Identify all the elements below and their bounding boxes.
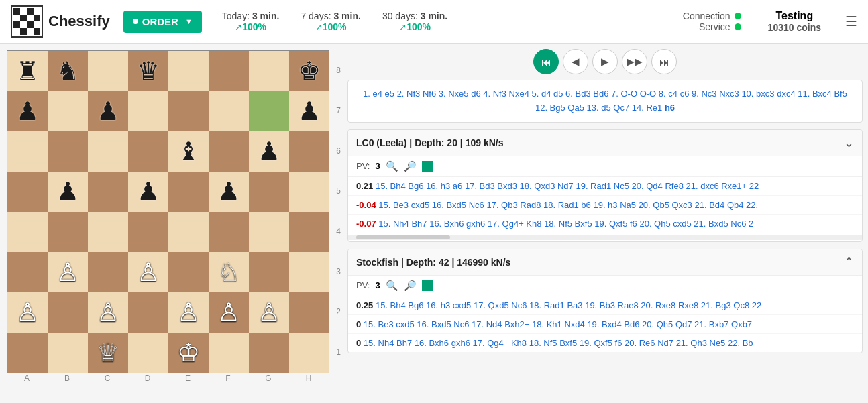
connection-label: Connection <box>683 11 730 21</box>
engine-score-1-0: 0.25 <box>356 300 373 310</box>
board-cell[interactable] <box>249 51 289 91</box>
board-cell[interactable] <box>209 333 249 373</box>
board-cell[interactable] <box>88 51 128 91</box>
engine-line-0-1[interactable]: -0.04 15. Be3 cxd5 16. Bxd5 Nc6 17. Qb3 … <box>348 196 862 215</box>
board-cell[interactable]: ♙ <box>249 292 289 333</box>
board-cell[interactable] <box>48 333 88 373</box>
hamburger-menu-icon[interactable]: ☰ <box>845 13 857 30</box>
order-button[interactable]: ORDER ▼ <box>123 11 202 33</box>
board-cell[interactable] <box>48 131 88 172</box>
board-cell[interactable] <box>128 333 168 373</box>
board-cell[interactable] <box>249 252 289 292</box>
board-cell[interactable] <box>249 172 289 212</box>
board-cell[interactable]: ♛ <box>128 51 168 91</box>
board-cell[interactable]: ♙ <box>168 292 209 333</box>
engine-line-0-2[interactable]: -0.07 15. Nh4 Bh7 16. Bxh6 gxh6 17. Qg4+… <box>348 215 862 233</box>
order-dot <box>133 19 138 24</box>
nav-prev-button[interactable]: ◀ <box>563 49 588 74</box>
board-cell[interactable]: ♟ <box>289 91 329 131</box>
pv-color-1[interactable] <box>422 280 433 291</box>
board-cell[interactable] <box>249 212 289 252</box>
board-cell[interactable]: ♙ <box>209 292 249 333</box>
board-cell[interactable] <box>168 91 209 131</box>
board-cell[interactable] <box>249 91 289 131</box>
nav-next-button[interactable]: ▶ <box>592 49 618 74</box>
board-cell[interactable] <box>128 292 168 333</box>
logo-area[interactable]: Chessify <box>11 5 110 38</box>
engine-line-1-0[interactable]: 0.25 15. Bh4 Bg6 16. h3 cxd5 17. Qxd5 Nc… <box>348 296 862 315</box>
engine-title-1: Stockfish | Depth: 42 | 146990 kN/s <box>356 257 510 268</box>
board-cell[interactable]: ♔ <box>168 333 209 373</box>
board-cell[interactable] <box>168 212 209 252</box>
chess-piece: ♔ <box>177 340 200 365</box>
board-cell[interactable] <box>48 91 88 131</box>
board-cell[interactable] <box>249 333 289 373</box>
nav-first-button[interactable]: ⏮ <box>533 49 559 74</box>
board-cell[interactable] <box>88 172 128 212</box>
col-labels: ABCDEFGH <box>7 372 329 383</box>
board-cell[interactable] <box>289 131 329 172</box>
nav-fast-next-button[interactable]: ▶▶ <box>622 49 647 74</box>
zoom-out-icon-1[interactable]: 🔎 <box>404 280 417 292</box>
engine-collapse-1[interactable]: ⌃ <box>844 255 854 270</box>
chess-board[interactable]: ♜♞♛♚♟♟♟♝♟♟♟♟♙♙♘♙♙♙♙♙♕♔ <box>7 50 329 372</box>
board-cell[interactable] <box>209 131 249 172</box>
board-cell[interactable]: ♝ <box>168 131 209 172</box>
engine-line-0-0[interactable]: 0.21 15. Bh4 Bg6 16. h3 a6 17. Bd3 Bxd3 … <box>348 177 862 196</box>
board-cell[interactable]: ♙ <box>48 252 88 292</box>
board-cell[interactable]: ♜ <box>7 51 48 91</box>
board-cell[interactable] <box>48 292 88 333</box>
board-cell[interactable] <box>128 212 168 252</box>
zoom-in-icon-0[interactable]: 🔍 <box>386 160 398 172</box>
board-cell[interactable] <box>209 91 249 131</box>
testing-coins: 10310 coins <box>768 22 821 33</box>
board-cell[interactable]: ♟ <box>249 131 289 172</box>
board-cell[interactable] <box>168 172 209 212</box>
board-cell[interactable]: ♕ <box>88 333 128 373</box>
board-cell[interactable]: ♟ <box>88 91 128 131</box>
board-cell[interactable]: ♘ <box>209 252 249 292</box>
board-cell[interactable] <box>289 252 329 292</box>
zoom-out-icon-0[interactable]: 🔎 <box>404 160 417 172</box>
board-cell[interactable] <box>88 212 128 252</box>
board-cell[interactable] <box>289 292 329 333</box>
board-cell[interactable]: ♙ <box>88 292 128 333</box>
board-cell[interactable] <box>128 91 168 131</box>
board-cell[interactable] <box>7 333 48 373</box>
board-cell[interactable] <box>289 333 329 373</box>
board-cell[interactable] <box>48 212 88 252</box>
engine-line-1-2[interactable]: 0 15. Nh4 Bh7 16. Bxh6 gxh6 17. Qg4+ Kh8… <box>348 334 862 353</box>
board-cell[interactable]: ♟ <box>209 172 249 212</box>
board-cell[interactable]: ♚ <box>289 51 329 91</box>
board-cell[interactable] <box>289 212 329 252</box>
board-cell[interactable] <box>88 252 128 292</box>
board-cell[interactable]: ♟ <box>7 91 48 131</box>
board-cell[interactable]: ♙ <box>128 252 168 292</box>
board-cell[interactable] <box>168 51 209 91</box>
logo-text: Chessify <box>48 13 110 30</box>
engine-collapse-0[interactable]: ⌄ <box>844 135 854 150</box>
board-cell[interactable] <box>7 131 48 172</box>
board-cell[interactable] <box>88 131 128 172</box>
pv-number-0: 3 <box>375 161 380 171</box>
board-cell[interactable]: ♙ <box>7 292 48 333</box>
board-cell[interactable] <box>209 51 249 91</box>
board-cell[interactable] <box>128 131 168 172</box>
board-cell[interactable] <box>7 212 48 252</box>
board-cell[interactable] <box>7 172 48 212</box>
header: Chessify ORDER ▼ Today: 3 min.↗100%7 day… <box>0 0 868 44</box>
board-cell[interactable]: ♟ <box>48 172 88 212</box>
board-cell[interactable] <box>289 172 329 212</box>
board-cell[interactable] <box>168 252 209 292</box>
board-cell[interactable]: ♟ <box>128 172 168 212</box>
zoom-in-icon-1[interactable]: 🔍 <box>386 280 398 292</box>
board-cell[interactable]: ♞ <box>48 51 88 91</box>
scrollbar-h-0[interactable] <box>348 235 862 240</box>
pv-color-0[interactable] <box>422 161 433 172</box>
engine-line-1-1[interactable]: 0 15. Be3 cxd5 16. Bxd5 Nc6 17. Nd4 Bxh2… <box>348 315 862 334</box>
chess-piece: ♟ <box>137 179 160 205</box>
board-cell[interactable] <box>209 212 249 252</box>
nav-last-button[interactable]: ⏭ <box>651 49 677 74</box>
board-cell[interactable] <box>7 252 48 292</box>
chess-piece: ♙ <box>217 300 240 325</box>
